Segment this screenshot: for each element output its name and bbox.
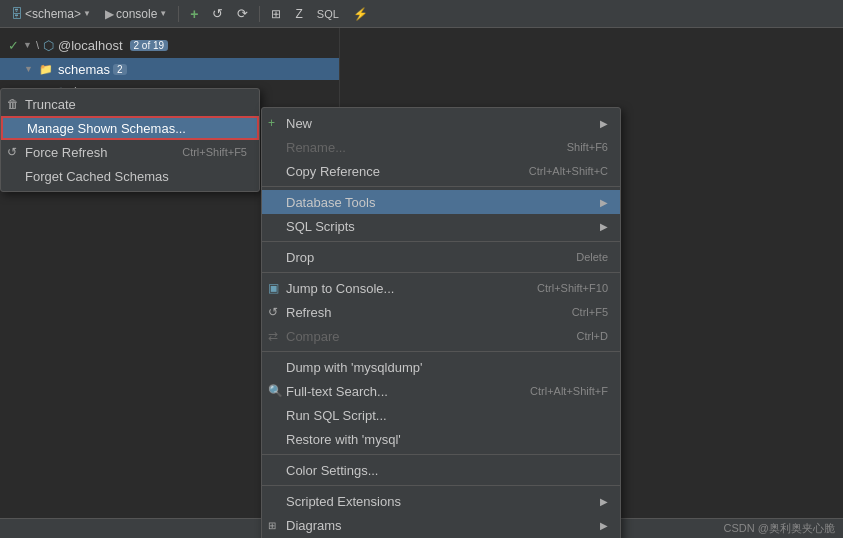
search-icon-ctx: 🔍	[268, 384, 283, 398]
ctx-new[interactable]: + New ▶	[262, 111, 620, 135]
ctx-database-tools-label: Database Tools	[286, 195, 375, 210]
schema-chevron: ▼	[83, 9, 91, 18]
toolbar-filter[interactable]: ⚡	[348, 5, 373, 23]
ctx-forget-schemas[interactable]: Forget Cached Schemas	[1, 164, 259, 188]
ctx-run-sql-label: Run SQL Script...	[286, 408, 387, 423]
filter-icon: ⚡	[353, 7, 368, 21]
ctx-database-tools[interactable]: Database Tools ▶	[262, 190, 620, 214]
ctx-scripted-extensions-arrow: ▶	[600, 496, 608, 507]
ctx-manage-schemas-label: Manage Shown Schemas...	[27, 121, 186, 136]
ctx-sep-5	[262, 454, 620, 455]
grid-icon: ⊞	[271, 7, 281, 21]
ctx-drop[interactable]: Drop Delete	[262, 245, 620, 269]
ctx-copy-reference-label: Copy Reference	[286, 164, 380, 179]
ctx-sql-scripts[interactable]: SQL Scripts ▶	[262, 214, 620, 238]
ctx-new-arrow: ▶	[600, 118, 608, 129]
console-selector[interactable]: ▶ console ▼	[100, 5, 172, 23]
ctx-manage-schemas[interactable]: Manage Shown Schemas...	[1, 116, 259, 140]
ctx-refresh-shortcut: Ctrl+F5	[572, 306, 608, 318]
toolbar-refresh1[interactable]: ↺	[207, 4, 228, 23]
ctx-new-label: New	[286, 116, 312, 131]
trash-icon: 🗑	[7, 97, 19, 111]
check-icon: ✓	[8, 38, 19, 53]
ctx-restore-label: Restore with 'mysql'	[286, 432, 401, 447]
schemas-arrow: ▼	[24, 64, 38, 74]
context-menu-left: 🗑 Truncate Manage Shown Schemas... ↺ For…	[0, 88, 260, 192]
diagram-icon: ⊞	[268, 520, 276, 531]
ctx-force-refresh-label: Force Refresh	[25, 145, 107, 160]
tree-item-schemas[interactable]: ▼ 📁 schemas 2	[0, 58, 339, 80]
ctx-drop-label: Drop	[286, 250, 314, 265]
ctx-fulltext-search-label: Full-text Search...	[286, 384, 388, 399]
toolbar-grid[interactable]: ⊞	[266, 5, 286, 23]
ctx-refresh[interactable]: ↺ Refresh Ctrl+F5	[262, 300, 620, 324]
schemas-badge: 2	[113, 64, 127, 75]
context-menu-right: + New ▶ Rename... Shift+F6 Copy Referenc…	[261, 107, 621, 538]
ctx-diagrams[interactable]: ⊞ Diagrams ▶	[262, 513, 620, 537]
ctx-drop-shortcut: Delete	[576, 251, 608, 263]
ctx-refresh-label: Refresh	[286, 305, 332, 320]
ctx-refresh-icon: ↺	[7, 145, 17, 159]
toolbar-z[interactable]: Z	[290, 5, 307, 23]
ctx-restore[interactable]: Restore with 'mysql'	[262, 427, 620, 451]
ctx-scripted-extensions[interactable]: Scripted Extensions ▶	[262, 489, 620, 513]
plus-icon: +	[268, 116, 275, 130]
toolbar-separator-1	[178, 6, 179, 22]
schema-selector[interactable]: 🗄 <schema> ▼	[6, 5, 96, 23]
ctx-sql-scripts-arrow: ▶	[600, 221, 608, 232]
ctx-color-settings-label: Color Settings...	[286, 463, 379, 478]
toolbar-sql[interactable]: SQL	[312, 6, 344, 22]
ctx-force-refresh[interactable]: ↺ Force Refresh Ctrl+Shift+F5	[1, 140, 259, 164]
ctx-dump[interactable]: Dump with 'mysqldump'	[262, 355, 620, 379]
ctx-sep-1	[262, 186, 620, 187]
slash-icon: \	[36, 39, 39, 51]
ctx-compare[interactable]: ⇄ Compare Ctrl+D	[262, 324, 620, 348]
ctx-run-sql[interactable]: Run SQL Script...	[262, 403, 620, 427]
ctx-forget-schemas-label: Forget Cached Schemas	[25, 169, 169, 184]
console-label: console	[116, 7, 157, 21]
ctx-rename-shortcut: Shift+F6	[567, 141, 608, 153]
console-icon-ctx: ▣	[268, 281, 279, 295]
ctx-rename[interactable]: Rename... Shift+F6	[262, 135, 620, 159]
toolbar: 🗄 <schema> ▼ ▶ console ▼ + ↺ ⟳ ⊞ Z SQL ⚡	[0, 0, 843, 28]
schema-label: <schema>	[25, 7, 81, 21]
host-icon: ⬡	[43, 38, 54, 53]
refresh-icon-1: ↺	[212, 6, 223, 21]
ctx-database-tools-arrow: ▶	[600, 197, 608, 208]
host-label: @localhost	[58, 38, 123, 53]
ctx-force-refresh-shortcut: Ctrl+Shift+F5	[182, 146, 247, 158]
host-badge: 2 of 19	[130, 40, 169, 51]
main-area: ✓ ▼ \ ⬡ @localhost 2 of 19 ▼ 📁 schemas 2…	[0, 28, 843, 518]
ctx-dump-label: Dump with 'mysqldump'	[286, 360, 422, 375]
ctx-diagrams-arrow: ▶	[600, 520, 608, 531]
z-icon: Z	[295, 7, 302, 21]
ctx-rename-label: Rename...	[286, 140, 346, 155]
ctx-jump-console-shortcut: Ctrl+Shift+F10	[537, 282, 608, 294]
tree-panel: ✓ ▼ \ ⬡ @localhost 2 of 19 ▼ 📁 schemas 2…	[0, 28, 340, 518]
ctx-truncate-label: Truncate	[25, 97, 76, 112]
console-icon: ▶	[105, 7, 114, 21]
ctx-sep-3	[262, 272, 620, 273]
ctx-truncate[interactable]: 🗑 Truncate	[1, 92, 259, 116]
ctx-color-settings[interactable]: Color Settings...	[262, 458, 620, 482]
ctx-jump-console-label: Jump to Console...	[286, 281, 394, 296]
ctx-compare-shortcut: Ctrl+D	[577, 330, 608, 342]
sql-icon: SQL	[317, 8, 339, 20]
ctx-copy-reference-shortcut: Ctrl+Alt+Shift+C	[529, 165, 608, 177]
schemas-label: schemas	[58, 62, 110, 77]
refresh-icon-2: ⟳	[237, 6, 248, 21]
ctx-jump-console[interactable]: ▣ Jump to Console... Ctrl+Shift+F10	[262, 276, 620, 300]
toolbar-refresh2[interactable]: ⟳	[232, 4, 253, 23]
toolbar-add[interactable]: +	[185, 4, 203, 24]
ctx-compare-label: Compare	[286, 329, 339, 344]
ctx-copy-reference[interactable]: Copy Reference Ctrl+Alt+Shift+C	[262, 159, 620, 183]
ctx-sql-scripts-label: SQL Scripts	[286, 219, 355, 234]
add-icon: +	[190, 6, 198, 22]
folder-icon: 📁	[38, 61, 54, 77]
ctx-refresh-icon-right: ↺	[268, 305, 278, 319]
tree-arrow-host: ▼	[23, 40, 32, 50]
ctx-fulltext-search-shortcut: Ctrl+Alt+Shift+F	[530, 385, 608, 397]
ctx-fulltext-search[interactable]: 🔍 Full-text Search... Ctrl+Alt+Shift+F	[262, 379, 620, 403]
ctx-sep-2	[262, 241, 620, 242]
console-chevron: ▼	[159, 9, 167, 18]
